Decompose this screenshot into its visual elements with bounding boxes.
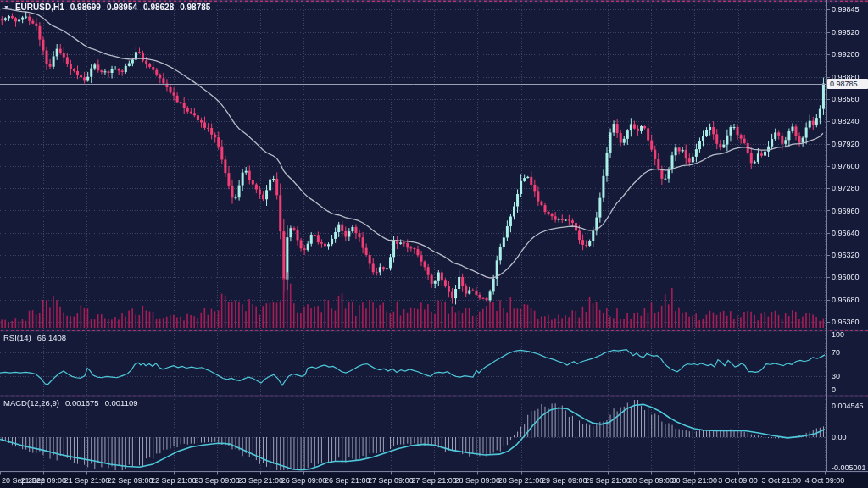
price-axis-label: 0.98880: [832, 73, 860, 81]
price-axis-label: 0.95360: [832, 318, 860, 326]
time-axis-label: 30 Sep 21:00: [672, 476, 718, 485]
macd-value-signal: 0.001109: [105, 399, 138, 408]
macd-axis-label: 0.00: [832, 433, 847, 441]
time-axis-label: 29 Sep 21:00: [585, 476, 631, 485]
price-axis-label: 0.99845: [832, 5, 860, 14]
price-axis-label: 0.97920: [832, 140, 860, 148]
time-axis-label: 21 Sep 21:00: [64, 476, 110, 485]
macd-title: MACD(12,26,9): [3, 399, 59, 408]
macd-value-main: 0.001675: [65, 399, 99, 408]
symbol-label: EURUSD,H1: [15, 3, 64, 12]
time-axis-label: 27 Sep 09:00: [368, 476, 414, 485]
rsi-indicator-label: RSI(14) 66.1408: [3, 334, 66, 342]
price-chart-canvas[interactable]: [0, 0, 868, 488]
price-axis-label: 0.96640: [832, 229, 860, 237]
macd-axis-label: 0.004545: [832, 402, 864, 410]
time-axis-label: 3 Oct 09:00: [718, 476, 758, 485]
rsi-axis-label: 70: [832, 348, 840, 357]
time-axis-label: 22 Sep 09:00: [108, 476, 153, 485]
time-axis-label: 28 Sep 09:00: [455, 476, 501, 485]
ohlc-open: 0.98699: [70, 3, 101, 12]
price-axis-label: 0.97600: [832, 162, 860, 170]
time-axis-label: 26 Sep 09:00: [281, 476, 327, 485]
price-axis-label: 0.95680: [832, 296, 860, 304]
time-axis-label: 30 Sep 09:00: [628, 476, 674, 485]
time-axis-label: 21 Sep 09:00: [20, 476, 66, 485]
price-axis-label: 0.98240: [832, 117, 860, 125]
rsi-axis-label: 0: [832, 385, 836, 394]
time-axis-label: 23 Sep 21:00: [237, 476, 283, 485]
ohlc-low: 0.98628: [143, 3, 174, 12]
symbol-dropdown-icon[interactable]: ▼: [3, 3, 9, 12]
ohlc-close: 0.98785: [180, 3, 210, 12]
time-axis-label: 3 Oct 21:00: [762, 476, 802, 485]
price-axis-label: 0.97280: [832, 184, 860, 192]
rsi-value: 66.1408: [37, 334, 66, 342]
price-axis-label: 0.99520: [832, 28, 860, 36]
time-axis-label: 22 Sep 21:00: [151, 476, 197, 485]
rsi-title: RSI(14): [3, 334, 31, 342]
price-axis-label: 0.96960: [832, 207, 860, 215]
time-axis-label: 23 Sep 09:00: [194, 476, 240, 485]
time-axis-label: 4 Oct 09:00: [805, 476, 845, 485]
chart-window: ▼ EURUSD,H1 0.98699 0.98954 0.98628 0.98…: [0, 0, 868, 488]
chart-title: ▼ EURUSD,H1 0.98699 0.98954 0.98628 0.98…: [3, 3, 210, 12]
rsi-axis-label: 100: [832, 330, 844, 339]
ohlc-high: 0.98954: [107, 3, 137, 12]
price-axis-label: 0.96320: [832, 251, 860, 259]
time-axis-label: 27 Sep 21:00: [411, 476, 457, 485]
time-axis-label: 26 Sep 21:00: [325, 476, 370, 485]
time-axis-label: 28 Sep 21:00: [498, 476, 544, 485]
macd-indicator-label: MACD(12,26,9) 0.001675 0.001109: [3, 399, 138, 408]
price-axis-label: 0.96000: [832, 273, 860, 281]
macd-axis-label: -0.005001: [832, 463, 866, 472]
price-axis-label: 0.98560: [832, 95, 860, 103]
price-axis-label: 0.99200: [832, 50, 860, 58]
time-axis-label: 29 Sep 09:00: [542, 476, 587, 485]
rsi-axis-label: 30: [832, 372, 840, 380]
